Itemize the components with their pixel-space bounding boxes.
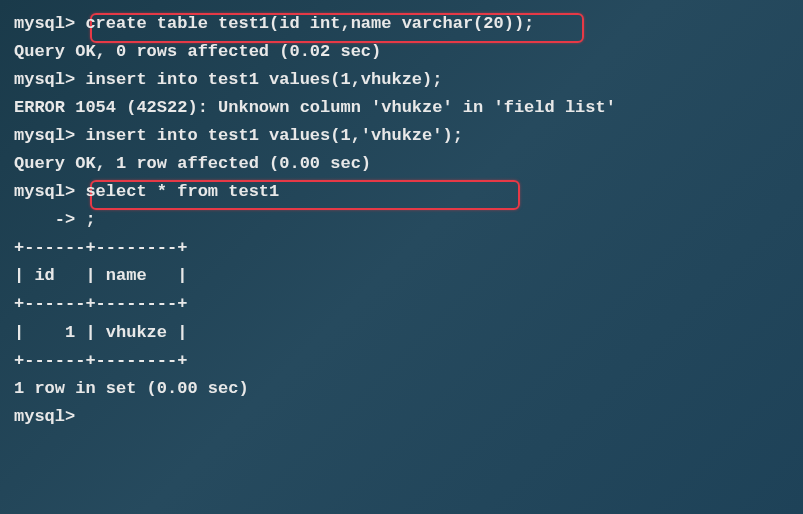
table-row: | 1 | vhukze | xyxy=(14,319,789,347)
table-border: +------+--------+ xyxy=(14,347,789,375)
command-text: create table test1(id int,name varchar(2… xyxy=(75,14,534,33)
prompt: mysql> xyxy=(14,126,75,145)
terminal-output: mysql> create table test1(id int,name va… xyxy=(14,10,789,431)
terminal-line: Query OK, 0 rows affected (0.02 sec) xyxy=(14,38,789,66)
terminal-line: 1 row in set (0.00 sec) xyxy=(14,375,789,403)
table-border: +------+--------+ xyxy=(14,234,789,262)
terminal-line: mysql> insert into test1 values(1,vhukze… xyxy=(14,66,789,94)
terminal-line: -> ; xyxy=(14,206,789,234)
table-header: | id | name | xyxy=(14,262,789,290)
prompt: mysql> xyxy=(14,14,75,33)
prompt: mysql> xyxy=(14,182,75,201)
terminal-line: mysql> insert into test1 values(1,'vhukz… xyxy=(14,122,789,150)
terminal-line: mysql> xyxy=(14,403,789,431)
prompt: mysql> xyxy=(14,70,75,89)
command-text: insert into test1 values(1,vhukze); xyxy=(75,70,442,89)
table-border: +------+--------+ xyxy=(14,290,789,318)
command-text: ; xyxy=(75,210,95,229)
terminal-line: mysql> select * from test1 xyxy=(14,178,789,206)
command-text: insert into test1 values(1,'vhukze'); xyxy=(75,126,463,145)
terminal-line: Query OK, 1 row affected (0.00 sec) xyxy=(14,150,789,178)
command-text: select * from test1 xyxy=(75,182,279,201)
cont-prompt: -> xyxy=(14,210,75,229)
terminal-line: mysql> create table test1(id int,name va… xyxy=(14,10,789,38)
terminal-line: ERROR 1054 (42S22): Unknown column 'vhuk… xyxy=(14,94,789,122)
